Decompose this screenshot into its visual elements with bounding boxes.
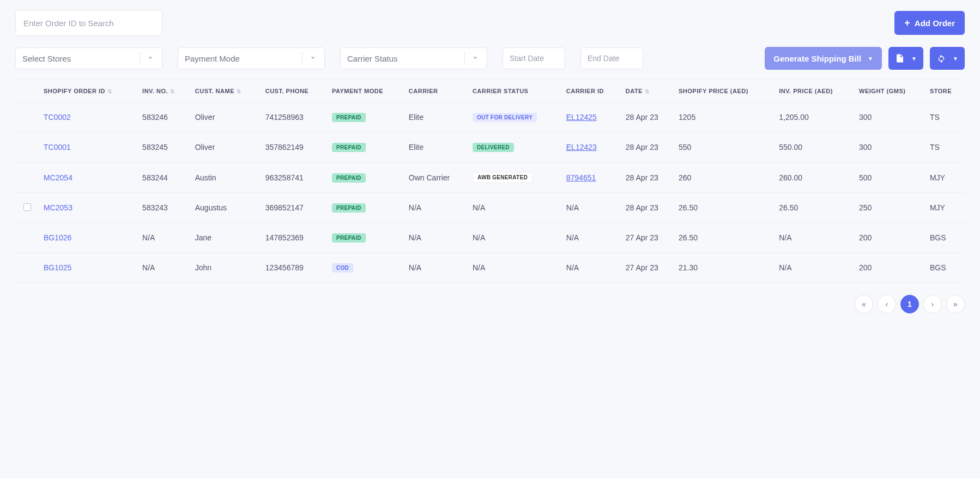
cell-date: 28 Apr 23: [621, 132, 674, 162]
cell-date: 28 Apr 23: [621, 102, 674, 132]
cell-weight: 200: [855, 253, 925, 283]
cell-date: 28 Apr 23: [621, 193, 674, 223]
order-id-link[interactable]: TC0001: [44, 143, 71, 152]
export-button[interactable]: ▼: [888, 47, 923, 70]
cell-weight: 250: [855, 193, 925, 223]
sort-icon: ⇅: [107, 88, 112, 94]
cell-carrier-id: N/A: [562, 223, 621, 253]
cell-inv-no: N/A: [138, 223, 191, 253]
cell-cust-name: John: [191, 253, 261, 283]
cell-shopify-price: 260: [674, 162, 775, 193]
order-id-link[interactable]: BG1026: [44, 233, 71, 242]
payment-badge: PREPAID: [332, 203, 366, 213]
cell-store: BGS: [925, 253, 965, 283]
col-cust-name[interactable]: CUST. NAME⇅: [191, 80, 261, 102]
cell-cust-phone: 123456789: [261, 253, 328, 283]
select-stores[interactable]: Select Stores: [15, 47, 162, 69]
sort-icon: ⇅: [170, 88, 175, 94]
cell-cust-phone: 369852147: [261, 193, 328, 223]
cell-carrier: N/A: [404, 253, 468, 283]
carrier-id-link[interactable]: EL12425: [566, 113, 597, 122]
sort-icon: ⇅: [237, 88, 241, 94]
cell-carrier: N/A: [404, 223, 468, 253]
generate-shipping-bill-button[interactable]: Generate Shipping Bill ▼: [765, 47, 882, 70]
cell-inv-price: 550.00: [775, 132, 855, 162]
payment-badge: COD: [332, 263, 353, 273]
cell-carrier-id: N/A: [562, 253, 621, 283]
cell-weight: 200: [855, 223, 925, 253]
cell-inv-no: 583245: [138, 132, 191, 162]
caret-down-icon: ▼: [911, 56, 917, 62]
payment-badge: PREPAID: [332, 233, 366, 243]
page-prev[interactable]: ‹: [878, 295, 896, 313]
row-checkbox[interactable]: [23, 203, 31, 211]
col-weight[interactable]: WEIGHT (GMS): [855, 80, 925, 102]
page-current[interactable]: 1: [900, 295, 919, 313]
order-id-link[interactable]: MC2054: [44, 173, 72, 182]
cell-carrier-status: N/A: [468, 253, 562, 283]
cell-weight: 300: [855, 102, 925, 132]
col-date[interactable]: DATE⇅: [621, 80, 674, 102]
select-stores-label: Select Stores: [22, 54, 71, 63]
add-order-label: Add Order: [915, 19, 955, 28]
col-cust-phone[interactable]: CUST. PHONE: [261, 80, 328, 102]
carrier-status-badge: OUT FOR DELIVERY: [473, 113, 537, 122]
col-carrier-status[interactable]: CARRIER STATUS: [468, 80, 562, 102]
payment-badge: PREPAID: [332, 173, 366, 183]
page-last[interactable]: »: [946, 295, 965, 313]
col-payment-mode[interactable]: PAYMENT MODE: [328, 80, 404, 102]
cell-inv-price: N/A: [775, 253, 855, 283]
page-next[interactable]: ›: [923, 295, 942, 313]
cell-inv-price: N/A: [775, 223, 855, 253]
carrier-status-badge: AWB GENERATED: [473, 172, 533, 183]
cell-cust-name: Augustus: [191, 193, 261, 223]
cell-cust-phone: 147852369: [261, 223, 328, 253]
col-carrier-id[interactable]: CARRIER ID: [562, 80, 621, 102]
col-store[interactable]: STORE: [925, 80, 965, 102]
refresh-button[interactable]: ▼: [930, 47, 965, 70]
table-row: TC0001583245Oliver357862149PREPAIDEliteD…: [15, 132, 965, 162]
cell-carrier-status: N/A: [468, 223, 562, 253]
cell-shopify-price: 21.30: [674, 253, 775, 283]
payment-badge: PREPAID: [332, 113, 366, 122]
page-first[interactable]: «: [855, 295, 873, 313]
col-shopify-price[interactable]: SHOPIFY PRICE (AED): [674, 80, 775, 102]
cell-shopify-price: 1205: [674, 102, 775, 132]
start-date-input[interactable]: [503, 47, 565, 69]
cell-cust-name: Oliver: [191, 102, 261, 132]
end-date-input[interactable]: [580, 47, 643, 69]
cell-carrier: Elite: [404, 132, 468, 162]
cell-inv-no: 583243: [138, 193, 191, 223]
col-inv-price[interactable]: INV. PRICE (AED): [775, 80, 855, 102]
cell-cust-phone: 357862149: [261, 132, 328, 162]
col-inv-no[interactable]: INV. NO.⇅: [138, 80, 191, 102]
chevron-down-icon: [308, 53, 318, 64]
col-carrier[interactable]: CARRIER: [404, 80, 468, 102]
cell-date: 28 Apr 23: [621, 162, 674, 193]
search-input[interactable]: [15, 10, 162, 36]
cell-inv-price: 1,205.00: [775, 102, 855, 132]
chevron-down-icon: [470, 53, 480, 64]
table-row: MC2053583243Augustus369852147PREPAIDN/AN…: [15, 193, 965, 223]
carrier-id-link[interactable]: 8794651: [566, 173, 596, 182]
cell-carrier: Own Carrier: [404, 162, 468, 193]
cell-cust-phone: 963258741: [261, 162, 328, 193]
cell-store: BGS: [925, 223, 965, 253]
select-payment-mode[interactable]: Payment Mode: [178, 47, 325, 69]
cell-inv-no: 583246: [138, 102, 191, 132]
col-order-id[interactable]: SHOPIFY ORDER ID⇅: [39, 80, 138, 102]
order-id-link[interactable]: MC2053: [44, 203, 72, 212]
cell-inv-price: 26.50: [775, 193, 855, 223]
add-order-button[interactable]: + Add Order: [894, 11, 965, 35]
table-row: BG1026N/AJane147852369PREPAIDN/AN/AN/A27…: [15, 223, 965, 253]
order-id-link[interactable]: TC0002: [44, 113, 71, 122]
carrier-id-link[interactable]: EL12423: [566, 143, 597, 152]
order-id-link[interactable]: BG1025: [44, 263, 71, 272]
select-carrier-status[interactable]: Carrier Status: [340, 47, 487, 69]
caret-down-icon: ▼: [953, 56, 958, 62]
cell-shopify-price: 26.50: [674, 223, 775, 253]
cell-store: MJY: [925, 193, 965, 223]
cell-carrier: Elite: [404, 102, 468, 132]
cell-weight: 300: [855, 132, 925, 162]
table-row: MC2054583244Austin963258741PREPAIDOwn Ca…: [15, 162, 965, 193]
